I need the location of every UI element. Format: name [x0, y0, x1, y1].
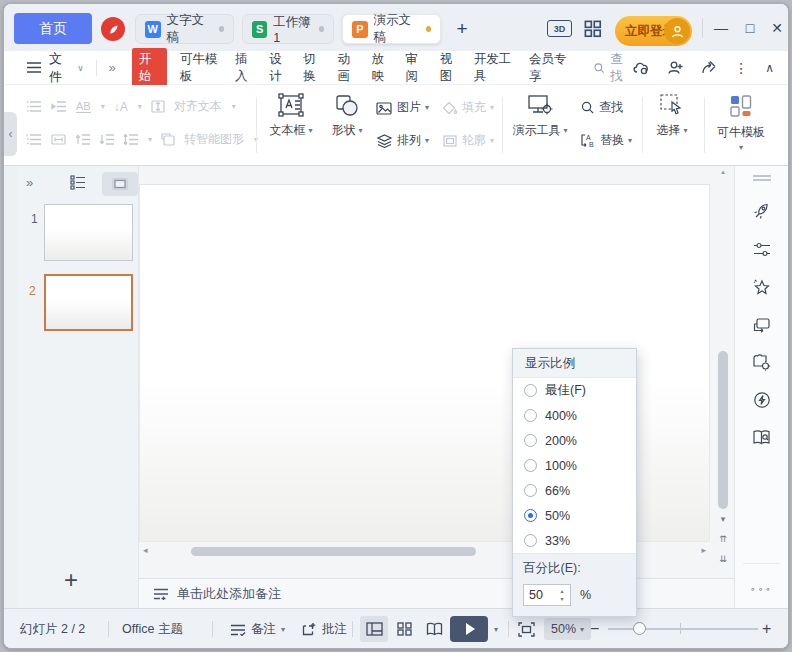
flash-location-icon[interactable]: [753, 391, 771, 409]
spin-up-icon[interactable]: ▴: [560, 587, 563, 595]
zoom-option-400[interactable]: 400%: [513, 403, 636, 428]
template-gear-icon[interactable]: [752, 353, 771, 371]
caret-icon[interactable]: ▾: [232, 102, 236, 111]
horizontal-scroll-thumb[interactable]: [191, 547, 476, 556]
scroll-left-icon[interactable]: ◂: [143, 545, 148, 555]
doc-tab-presentation-active[interactable]: P 演示文稿: [342, 14, 441, 44]
overflow-chevrons-icon[interactable]: »: [109, 60, 116, 75]
multiwindow-icon[interactable]: 3D: [547, 20, 572, 37]
radio-icon[interactable]: [524, 409, 537, 422]
loop-duplicate-icon[interactable]: [753, 316, 771, 333]
notes-bar[interactable]: 单击此处添加备注: [139, 578, 734, 608]
ribbon-tab-insert[interactable]: 插入: [235, 51, 256, 85]
new-tab-button[interactable]: +: [450, 17, 474, 41]
close-button[interactable]: ✕: [764, 15, 789, 41]
slide-thumbnail-2-selected[interactable]: [44, 274, 133, 331]
ribbon-tab-member[interactable]: 会员专享: [529, 51, 571, 85]
collapse-ribbon-icon[interactable]: ∧: [765, 61, 774, 75]
settings-sliders-icon[interactable]: [753, 241, 771, 258]
scroll-right-icon[interactable]: ▸: [701, 545, 706, 555]
align-text-label[interactable]: 对齐文本: [174, 98, 222, 115]
character-format-icon[interactable]: AB: [76, 100, 91, 113]
share-icon[interactable]: [701, 60, 717, 75]
fill-button[interactable]: 填充▾: [442, 99, 494, 116]
slide-thumbnail-1[interactable]: [44, 204, 133, 261]
ribbon-tab-transition[interactable]: 切换: [303, 51, 324, 85]
doc-tab-writer[interactable]: W 文字文稿: [135, 14, 234, 44]
shapes-button[interactable]: 形状▾: [322, 93, 372, 139]
comments-button[interactable]: 批注: [302, 609, 347, 649]
doc-tab-spreadsheet[interactable]: S 工作簿1: [242, 14, 334, 44]
ribbon-tab-home[interactable]: 开始: [132, 48, 167, 88]
caret-icon[interactable]: ▾: [494, 625, 498, 634]
zoom-option-50-selected[interactable]: 50%: [513, 503, 636, 528]
vertical-scrollbar[interactable]: ▴ ▾ ⇈ ⇊: [716, 166, 730, 578]
ribbon-tab-slideshow[interactable]: 放映: [371, 51, 392, 85]
slideshow-play-button[interactable]: [450, 616, 488, 642]
line-spacing-up-icon[interactable]: [75, 133, 90, 146]
percent-input[interactable]: [524, 585, 554, 605]
quick-tools-rocket-icon[interactable]: [752, 202, 771, 221]
caret-icon[interactable]: ▾: [148, 135, 152, 144]
previous-slide-icon[interactable]: ⇈: [716, 534, 730, 544]
presentation-tools-button[interactable]: 演示工具▾: [508, 93, 572, 139]
next-slide-icon[interactable]: ⇊: [716, 554, 730, 564]
ribbon-tab-review[interactable]: 审阅: [406, 51, 427, 85]
maximize-button[interactable]: □: [737, 15, 763, 41]
outline-view-icon[interactable]: [70, 175, 86, 190]
radio-icon[interactable]: [524, 534, 537, 547]
reading-view-button[interactable]: [420, 616, 448, 642]
slide-sorter-view-button[interactable]: [390, 616, 418, 642]
hamburger-icon[interactable]: [26, 61, 42, 74]
spinner-arrows[interactable]: ▴▾: [555, 585, 569, 605]
app-grid-icon[interactable]: [583, 19, 602, 38]
radio-checked-icon[interactable]: [524, 509, 537, 522]
ribbon-tab-design[interactable]: 设计: [269, 51, 290, 85]
theme-name[interactable]: Office 主题: [122, 609, 183, 649]
radio-icon[interactable]: [524, 484, 537, 497]
text-spacing-icon[interactable]: [51, 133, 66, 146]
radio-icon[interactable]: [524, 434, 537, 447]
arrange-button[interactable]: 排列▾: [376, 132, 429, 149]
add-user-icon[interactable]: [667, 60, 684, 75]
caret-icon[interactable]: ▾: [138, 102, 142, 111]
scroll-down-icon[interactable]: ▾: [716, 514, 730, 524]
numbered-list-icon[interactable]: [26, 133, 42, 146]
indent-icon[interactable]: [51, 100, 67, 113]
ribbon-tab-view[interactable]: 视图: [440, 51, 461, 85]
spin-down-icon[interactable]: ▾: [560, 595, 563, 603]
more-options-icon[interactable]: ⋮: [734, 60, 748, 76]
notes-toggle-button[interactable]: 备注 ▾: [230, 609, 285, 649]
ribbon-tab-animation[interactable]: 动画: [337, 51, 358, 85]
find-button-toolbar[interactable]: 查找: [580, 99, 623, 116]
sidebar-drag-handle[interactable]: [752, 174, 772, 182]
replace-button[interactable]: AB 替换▾: [580, 132, 632, 149]
text-direction-icon[interactable]: ↓A: [114, 100, 128, 114]
keniu-template-button[interactable]: 可牛模板 ▾: [710, 93, 772, 152]
thumbnail-view-toggle[interactable]: [102, 172, 138, 196]
zoom-slider-knob[interactable]: [633, 622, 646, 635]
zoom-slider-track[interactable]: [608, 628, 758, 630]
reference-book-icon[interactable]: [752, 429, 771, 446]
to-smartart-label[interactable]: 转智能图形: [184, 131, 244, 148]
normal-view-button[interactable]: [360, 616, 388, 642]
select-button[interactable]: 选择▾: [648, 93, 696, 139]
zoom-option-33[interactable]: 33%: [513, 528, 636, 553]
ribbon-tab-keniu-template[interactable]: 可牛模板: [180, 51, 222, 85]
login-button[interactable]: 立即登录: [615, 16, 692, 46]
effects-star-icon[interactable]: [752, 278, 771, 296]
fit-to-window-icon[interactable]: [518, 622, 535, 637]
cloud-sync-icon[interactable]: [632, 60, 650, 75]
scroll-up-icon[interactable]: ▴: [716, 168, 730, 176]
vertical-scroll-thumb[interactable]: [718, 351, 728, 509]
zoom-option-200[interactable]: 200%: [513, 428, 636, 453]
file-menu[interactable]: 文件: [49, 50, 72, 86]
outline-button[interactable]: 轮廓▾: [442, 132, 494, 149]
picture-button[interactable]: 图片▾: [376, 99, 429, 116]
home-tab-button[interactable]: 首页: [14, 13, 92, 44]
wps-logo-icon[interactable]: [101, 17, 125, 41]
bullet-list-icon[interactable]: [26, 100, 42, 113]
zoom-level-button[interactable]: 50% ▾: [544, 618, 591, 640]
minimize-button[interactable]: —: [708, 15, 734, 41]
line-spacing-down-icon[interactable]: [99, 133, 114, 146]
